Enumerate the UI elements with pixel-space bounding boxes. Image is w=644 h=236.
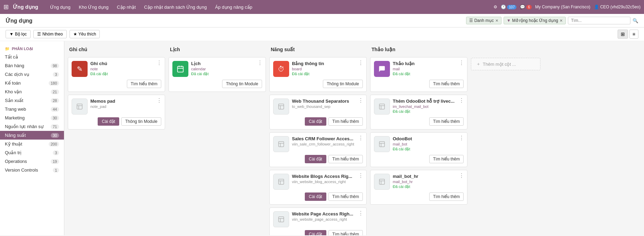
card-actions: Cài đặtThông tin Module (72, 117, 161, 126)
filter-tag-danh-muc[interactable]: ☰ Danh mục ✕ (466, 17, 502, 24)
timer-icon[interactable]: 🕐 107 (501, 5, 516, 9)
sidebar-item-quản-trị[interactable]: Quản trị3 (0, 148, 64, 157)
card-info: Thảo luận mail Đã cài đặt (393, 61, 464, 76)
filter-button[interactable]: ▼ Bộ lọc (6, 30, 31, 38)
module-info-button[interactable]: Thông tin Module (222, 80, 262, 88)
card-status: Đã cài đặt (191, 72, 262, 76)
learn-more-button[interactable]: Tìm hiểu thêm (429, 117, 464, 126)
svg-rect-0 (77, 104, 82, 109)
card-bang-thong-tin-card: ⋮ ⏱ Bảng thông tin board Đã cài đặt Thôn… (269, 57, 367, 92)
sidebar-item-count: 200 (49, 142, 59, 147)
sidebar-item-sản-xuất[interactable]: Sản xuất28 (0, 96, 64, 105)
card-icon (273, 136, 289, 152)
sidebar-item-kế-toán[interactable]: Kế toán180 (0, 79, 64, 87)
card-menu-button[interactable]: ⋮ (257, 60, 263, 66)
nav-cap-nhat-ds[interactable]: Cập nhật danh sách Ứng dụng (141, 3, 210, 11)
column-thao-luan: Thảo luận ⋮ Thảo luận mail Đã cài đặt Tì… (370, 45, 467, 235)
nav-cap-nhat[interactable]: Cập nhật (113, 3, 139, 11)
filter-tag-mo-rong[interactable]: ▼ Mở rộng hoặc Ứng dụng ✕ (504, 17, 566, 24)
learn-more-button[interactable]: Tìm hiểu thêm (328, 230, 363, 235)
sidebar-item-count: 30 (51, 133, 59, 138)
install-button[interactable]: Cài đặt (98, 117, 119, 126)
learn-more-button[interactable]: Tìm hiểu thêm (328, 192, 363, 201)
learn-more-button[interactable]: Tìm hiểu thêm (127, 80, 161, 88)
nav-kho[interactable]: Kho Ứng dụng (75, 3, 112, 11)
sidebar-item-bán-hàng[interactable]: Bán hàng98 (0, 61, 64, 70)
learn-more-button[interactable]: Tìm hiểu thêm (328, 117, 363, 126)
card-info: Website Blogs Access Rig... viin_website… (292, 174, 363, 184)
card-menu-button[interactable]: ⋮ (459, 135, 464, 141)
view-grid-button[interactable]: ⊞ (618, 30, 628, 39)
card-menu-button[interactable]: ⋮ (156, 98, 162, 103)
install-button[interactable]: Cài đặt (305, 155, 326, 163)
card-menu-button[interactable]: ⋮ (459, 60, 464, 66)
card-tech: note_pad (90, 104, 161, 109)
search-button[interactable]: 🔍 (633, 18, 638, 23)
install-button[interactable]: Cài đặt (305, 117, 326, 126)
card-sales-crm-card: ⋮ Sales CRM Follower Acces... viin_sale_… (269, 132, 367, 167)
settings-icon[interactable]: ⚙ (494, 5, 497, 9)
chat-icon[interactable]: 💬 6 (520, 5, 532, 9)
learn-more-button[interactable]: Tìm hiểu thêm (429, 192, 464, 201)
card-info: mail_bot_hr mail_bot_hr Đã cài đặt (393, 174, 464, 189)
fav-button[interactable]: ★ Yêu thích (70, 30, 100, 38)
nav-ung-dung[interactable]: Ứng dụng (47, 3, 74, 11)
sidebar-item-version-controls[interactable]: Version Controls1 (0, 166, 64, 174)
card-tech: mail_bot (393, 142, 464, 146)
card-menu-button[interactable]: ⋮ (156, 60, 162, 66)
sidebar-item-năng-suất[interactable]: Năng suất30 (0, 131, 64, 140)
sidebar-item-tất-cả[interactable]: Tất cả (0, 53, 64, 61)
filter-tag-danh-muc-close[interactable]: ✕ (495, 18, 498, 23)
list-icon: ☰ (469, 18, 473, 23)
card-status: Đã cài đặt (393, 184, 464, 189)
module-info-button[interactable]: Thông tin Module (323, 80, 363, 88)
card-header: ✎ Ghi chú note Đã cài đặt (72, 61, 161, 77)
sidebar-item-label: Kỹ thuật (5, 141, 22, 147)
sidebar-item-count: 71 (51, 124, 59, 129)
sidebar-item-operations[interactable]: Operations19 (0, 157, 64, 166)
search-input[interactable] (568, 17, 630, 24)
learn-more-button[interactable]: Tìm hiểu thêm (429, 155, 464, 163)
group-button[interactable]: ☰ Nhóm theo (33, 30, 67, 38)
sidebar-item-nguồn-lực-nhân-sự[interactable]: Nguồn lực nhân sự71 (0, 122, 64, 131)
nav-ap-dung[interactable]: Áp dụng nâng cấp (212, 3, 256, 11)
card-menu-button[interactable]: ⋮ (358, 173, 364, 179)
card-actions: Tìm hiểu thêm (374, 155, 464, 163)
sidebar-item-kỹ-thuật[interactable]: Kỹ thuật200 (0, 140, 64, 148)
card-actions: Tìm hiểu thêm (374, 80, 464, 88)
card-icon (273, 174, 289, 190)
view-list-button[interactable]: ≡ (629, 30, 638, 39)
install-button[interactable]: Cài đặt (305, 230, 326, 235)
learn-more-button[interactable]: Tìm hiểu thêm (328, 155, 363, 163)
card-header: Memos pad note_pad (72, 99, 161, 115)
sidebar-item-trang-web[interactable]: Trang web44 (0, 105, 64, 113)
sidebar-item-label: Bán hàng (5, 63, 24, 68)
card-actions: Tìm hiểu thêm (374, 117, 464, 126)
card-menu-button[interactable]: ⋮ (459, 173, 464, 179)
card-tech: note (90, 67, 161, 71)
chat-badge: 6 (526, 5, 532, 9)
card-actions: Thông tin Module (172, 80, 262, 88)
filter-tag-mo-rong-close[interactable]: ✕ (560, 18, 563, 23)
app-grid-icon[interactable]: ⊞ (3, 3, 9, 11)
sidebar-item-marketing[interactable]: Marketing30 (0, 113, 64, 122)
install-button[interactable]: Cài đặt (305, 192, 326, 201)
card-header: Website Blogs Access Rig... viin_website… (273, 174, 363, 190)
sidebar-item-label: Trang web (5, 107, 26, 112)
learn-more-button[interactable]: Tìm hiểu thêm (429, 80, 464, 88)
sidebar-item-các-dịch-vụ[interactable]: Các dịch vụ3 (0, 70, 64, 79)
user-avatar[interactable]: 👤 CEO (vhd29u32c5eo) (594, 5, 641, 9)
sidebar-item-label: Năng suất (5, 133, 26, 138)
svg-rect-1 (178, 66, 184, 72)
card-menu-button[interactable]: ⋮ (358, 60, 364, 66)
card-menu-button[interactable]: ⋮ (459, 98, 464, 103)
add-column-button[interactable]: ＋Thêm một cột ... (471, 58, 540, 70)
card-menu-button[interactable]: ⋮ (358, 135, 364, 141)
card-menu-button[interactable]: ⋮ (358, 98, 364, 103)
card-menu-button[interactable]: ⋮ (358, 211, 364, 216)
module-info-button[interactable]: Thông tin Module (121, 117, 161, 126)
card-info: Sales CRM Follower Acces... viin_sale_cr… (292, 136, 363, 147)
card-tech: im_livechat_mail_bot (393, 104, 464, 109)
sidebar-item-kho-vận[interactable]: Kho vận21 (0, 87, 64, 96)
card-header: ⏱ Bảng thông tin board Đã cài đặt (273, 61, 363, 77)
